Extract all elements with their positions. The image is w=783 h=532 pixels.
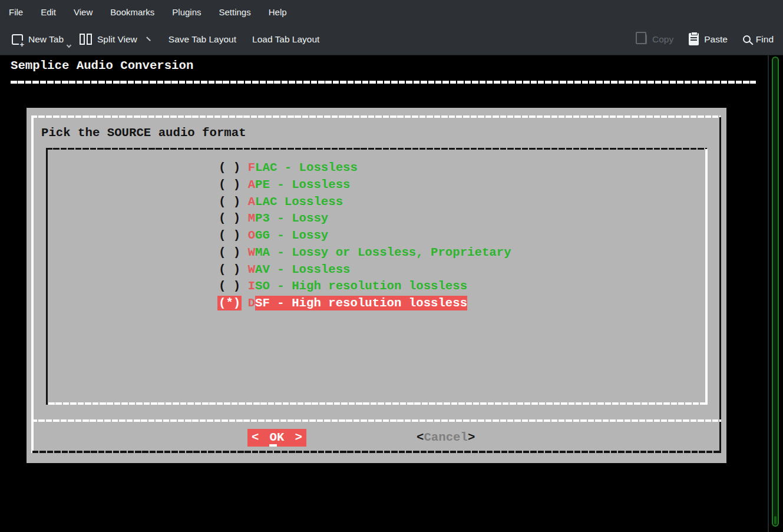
option-label: SF - High resolution lossless [255, 296, 467, 310]
spacer [240, 279, 247, 293]
scrollbar-handle-tip [774, 516, 777, 524]
dialog-border-bottom [32, 451, 721, 453]
radio-unselected: ( ) [219, 229, 240, 242]
listbox-border-right [705, 149, 708, 405]
format-option[interactable]: ( ) ALAC Lossless [219, 194, 343, 210]
listbox-border-top [46, 148, 707, 150]
dialog-title: Pick the SOURCE audio format [41, 126, 246, 140]
spacer [240, 296, 247, 310]
paste-button[interactable]: Paste [689, 33, 728, 45]
option-label: MA - Lossy or Lossless, Proprietary [255, 246, 511, 259]
radio-unselected: ( ) [219, 178, 240, 191]
save-tab-layout-label: Save Tab Layout [169, 34, 236, 45]
format-option[interactable]: (*) DSF - High resolution lossless [219, 295, 467, 311]
option-hotkey: W [248, 263, 255, 276]
option-hotkey: F [248, 161, 255, 174]
spacer [240, 263, 247, 276]
listbox-border-bottom [48, 402, 708, 405]
radio-unselected: ( ) [219, 279, 240, 293]
cancel-right-bracket: > [468, 429, 475, 447]
search-icon [743, 35, 751, 43]
menu-bar: File Edit View Bookmarks Plugins Setting… [0, 0, 783, 24]
option-label: PE - Lossless [255, 178, 350, 191]
spacer [240, 212, 247, 225]
new-tab-button[interactable]: New Tab [12, 34, 64, 45]
radio-unselected: ( ) [219, 195, 240, 209]
ok-left-bracket: < [252, 429, 259, 447]
menu-view[interactable]: View [65, 0, 101, 24]
window-chrome: File Edit View Bookmarks Plugins Setting… [0, 0, 783, 55]
spacer [240, 229, 247, 242]
option-hotkey: W [248, 246, 255, 259]
copy-button[interactable]: Copy [636, 34, 673, 45]
button-separator [31, 419, 721, 422]
dialog-panel: Pick the SOURCE audio format ( ) FLAC - … [27, 108, 726, 463]
option-label: LAC Lossless [255, 195, 343, 209]
radio-unselected: ( ) [219, 161, 240, 174]
new-tab-icon [12, 34, 23, 45]
spacer [240, 161, 247, 174]
format-option[interactable]: ( ) ISO - High resolution lossless [219, 278, 467, 294]
terminal-cursor [269, 444, 277, 447]
format-option[interactable]: ( ) OGG - Lossy [219, 227, 328, 243]
option-hotkey: D [248, 296, 255, 310]
copy-icon [639, 34, 647, 44]
paste-icon [689, 33, 699, 45]
chevron-down-icon [146, 34, 154, 41]
find-button[interactable]: Find [743, 34, 774, 45]
ok-right-bracket: > [295, 429, 302, 447]
radio-selected: (*) [217, 296, 242, 310]
format-option[interactable]: ( ) APE - Lossless [219, 177, 350, 193]
menu-settings[interactable]: Settings [210, 0, 260, 24]
menu-plugins[interactable]: Plugins [163, 0, 210, 24]
cancel-left-bracket: < [417, 429, 424, 447]
format-option[interactable]: ( ) MP3 - Lossy [219, 210, 328, 226]
scrollbar-track-divider [768, 55, 769, 532]
option-label: LAC - Lossless [255, 161, 358, 174]
format-option[interactable]: ( ) WMA - Lossy or Lossless, Proprietary [219, 244, 511, 260]
option-hotkey: A [248, 195, 255, 209]
format-option[interactable]: ( ) FLAC - Lossless [219, 160, 358, 176]
radio-unselected: ( ) [219, 246, 240, 259]
option-label: SO - High resolution lossless [255, 279, 467, 293]
spacer [240, 246, 247, 259]
option-hotkey: M [248, 212, 255, 225]
spacer [240, 178, 247, 191]
cancel-button[interactable]: < Cancel > [417, 429, 475, 447]
option-label: P3 - Lossy [255, 212, 328, 225]
paste-label: Paste [704, 34, 728, 45]
load-tab-layout-label: Load Tab Layout [252, 34, 319, 45]
cancel-label: Cancel [424, 429, 468, 447]
split-view-label: Split View [97, 34, 137, 45]
terminal-screen[interactable]: Semplice Audio Conversion Pick the SOURC… [0, 55, 783, 532]
spacer [240, 195, 247, 209]
menu-help[interactable]: Help [260, 0, 296, 24]
format-option[interactable]: ( ) WAV - Lossless [219, 262, 350, 277]
radio-unselected: ( ) [219, 212, 240, 225]
menu-edit[interactable]: Edit [32, 0, 65, 24]
option-hotkey: A [248, 178, 255, 191]
split-view-icon [80, 34, 92, 45]
menu-bookmarks[interactable]: Bookmarks [101, 0, 163, 24]
scrollbar-handle[interactable] [772, 57, 779, 527]
find-label: Find [756, 34, 774, 45]
terminal-app-title: Semplice Audio Conversion [11, 59, 193, 72]
listbox-border-left [46, 148, 48, 405]
option-hotkey: I [248, 279, 255, 293]
chevron-down-icon [67, 42, 71, 47]
copy-label: Copy [652, 34, 673, 45]
option-hotkey: O [248, 229, 255, 242]
dialog-border-right [719, 117, 721, 453]
title-underline [11, 81, 756, 84]
split-view-button[interactable]: Split View [80, 34, 153, 45]
ok-button[interactable]: < OK > [247, 429, 306, 447]
menu-file[interactable]: File [0, 0, 32, 24]
option-label: AV - Lossless [255, 263, 350, 276]
load-tab-layout-button[interactable]: Load Tab Layout [252, 34, 319, 45]
save-tab-layout-button[interactable]: Save Tab Layout [169, 34, 236, 45]
option-label: GG - Lossy [255, 229, 328, 242]
radio-unselected: ( ) [219, 263, 240, 276]
new-tab-label: New Tab [28, 34, 64, 45]
dialog-border-top [31, 115, 721, 118]
dialog-border-left [31, 115, 34, 453]
